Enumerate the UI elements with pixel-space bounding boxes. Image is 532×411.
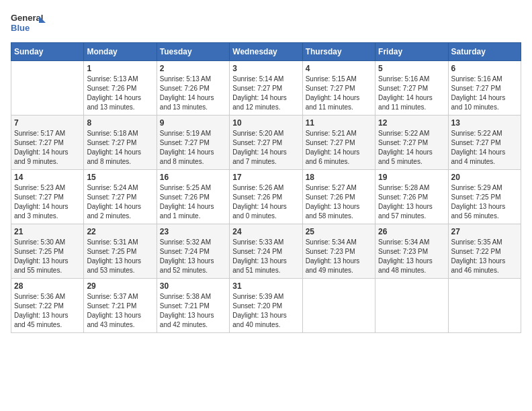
cell-content: Sunrise: 5:37 AM Sunset: 7:21 PM Dayligh… bbox=[87, 292, 153, 330]
header-day-sunday: Sunday bbox=[11, 43, 84, 61]
calendar-cell: 24Sunrise: 5:33 AM Sunset: 7:24 PM Dayli… bbox=[230, 224, 302, 279]
calendar-cell: 5Sunrise: 5:16 AM Sunset: 7:27 PM Daylig… bbox=[375, 61, 448, 116]
calendar-week-4: 21Sunrise: 5:30 AM Sunset: 7:25 PM Dayli… bbox=[11, 224, 521, 279]
day-number: 18 bbox=[306, 173, 372, 182]
calendar-week-3: 14Sunrise: 5:23 AM Sunset: 7:27 PM Dayli… bbox=[11, 170, 521, 224]
cell-content: Sunrise: 5:20 AM Sunset: 7:27 PM Dayligh… bbox=[232, 129, 299, 167]
calendar-cell: 8Sunrise: 5:18 AM Sunset: 7:27 PM Daylig… bbox=[84, 116, 157, 170]
calendar-table: SundayMondayTuesdayWednesdayThursdayFrid… bbox=[11, 42, 521, 333]
day-number: 15 bbox=[87, 173, 153, 182]
cell-content: Sunrise: 5:23 AM Sunset: 7:27 PM Dayligh… bbox=[14, 183, 81, 221]
cell-content: Sunrise: 5:14 AM Sunset: 7:27 PM Dayligh… bbox=[232, 75, 299, 112]
calendar-cell: 25Sunrise: 5:34 AM Sunset: 7:23 PM Dayli… bbox=[302, 224, 375, 279]
cell-content: Sunrise: 5:16 AM Sunset: 7:27 PM Dayligh… bbox=[451, 75, 518, 112]
calendar-cell: 27Sunrise: 5:35 AM Sunset: 7:22 PM Dayli… bbox=[448, 224, 521, 279]
cell-content: Sunrise: 5:22 AM Sunset: 7:27 PM Dayligh… bbox=[451, 129, 518, 167]
day-number: 22 bbox=[87, 227, 153, 236]
calendar-cell: 29Sunrise: 5:37 AM Sunset: 7:21 PM Dayli… bbox=[84, 279, 157, 333]
day-number: 19 bbox=[378, 173, 445, 182]
day-number: 11 bbox=[306, 118, 372, 128]
calendar-cell: 28Sunrise: 5:36 AM Sunset: 7:22 PM Dayli… bbox=[11, 279, 84, 333]
cell-content: Sunrise: 5:27 AM Sunset: 7:26 PM Dayligh… bbox=[306, 183, 372, 221]
header-day-friday: Friday bbox=[375, 43, 448, 61]
cell-content: Sunrise: 5:32 AM Sunset: 7:24 PM Dayligh… bbox=[160, 238, 226, 275]
header-day-saturday: Saturday bbox=[448, 43, 521, 61]
header-day-tuesday: Tuesday bbox=[157, 43, 229, 61]
page-header: GeneralBlue bbox=[11, 11, 521, 34]
calendar-cell: 6Sunrise: 5:16 AM Sunset: 7:27 PM Daylig… bbox=[448, 61, 521, 116]
cell-content: Sunrise: 5:25 AM Sunset: 7:26 PM Dayligh… bbox=[160, 183, 226, 221]
day-number: 9 bbox=[160, 118, 226, 128]
day-number: 16 bbox=[160, 173, 226, 182]
calendar-cell: 3Sunrise: 5:14 AM Sunset: 7:27 PM Daylig… bbox=[230, 61, 302, 116]
svg-text:General: General bbox=[11, 13, 43, 23]
day-number: 12 bbox=[378, 118, 445, 128]
cell-content: Sunrise: 5:24 AM Sunset: 7:27 PM Dayligh… bbox=[87, 183, 153, 221]
calendar-cell: 14Sunrise: 5:23 AM Sunset: 7:27 PM Dayli… bbox=[11, 170, 84, 224]
day-number: 30 bbox=[160, 281, 226, 291]
day-number: 2 bbox=[160, 64, 226, 73]
cell-content: Sunrise: 5:34 AM Sunset: 7:23 PM Dayligh… bbox=[306, 238, 372, 275]
calendar-cell: 11Sunrise: 5:21 AM Sunset: 7:27 PM Dayli… bbox=[302, 116, 375, 170]
cell-content: Sunrise: 5:18 AM Sunset: 7:27 PM Dayligh… bbox=[87, 129, 153, 167]
day-number: 10 bbox=[232, 118, 299, 128]
svg-text:Blue: Blue bbox=[11, 23, 30, 33]
day-number: 6 bbox=[451, 64, 518, 73]
cell-content: Sunrise: 5:15 AM Sunset: 7:27 PM Dayligh… bbox=[306, 75, 372, 112]
calendar-cell: 23Sunrise: 5:32 AM Sunset: 7:24 PM Dayli… bbox=[157, 224, 229, 279]
calendar-cell: 19Sunrise: 5:28 AM Sunset: 7:26 PM Dayli… bbox=[375, 170, 448, 224]
calendar-cell: 7Sunrise: 5:17 AM Sunset: 7:27 PM Daylig… bbox=[11, 116, 84, 170]
day-number: 25 bbox=[306, 227, 372, 236]
cell-content: Sunrise: 5:39 AM Sunset: 7:20 PM Dayligh… bbox=[232, 292, 299, 330]
calendar-cell: 22Sunrise: 5:31 AM Sunset: 7:25 PM Dayli… bbox=[84, 224, 157, 279]
calendar-cell: 17Sunrise: 5:26 AM Sunset: 7:26 PM Dayli… bbox=[230, 170, 302, 224]
calendar-cell: 26Sunrise: 5:34 AM Sunset: 7:23 PM Dayli… bbox=[375, 224, 448, 279]
day-number: 5 bbox=[378, 64, 445, 73]
day-number: 20 bbox=[451, 173, 518, 182]
day-number: 24 bbox=[232, 227, 299, 236]
cell-content: Sunrise: 5:33 AM Sunset: 7:24 PM Dayligh… bbox=[232, 238, 299, 275]
cell-content: Sunrise: 5:16 AM Sunset: 7:27 PM Dayligh… bbox=[378, 75, 445, 112]
cell-content: Sunrise: 5:13 AM Sunset: 7:26 PM Dayligh… bbox=[87, 75, 153, 112]
day-number: 7 bbox=[14, 118, 81, 128]
day-number: 29 bbox=[87, 281, 153, 291]
cell-content: Sunrise: 5:29 AM Sunset: 7:25 PM Dayligh… bbox=[451, 183, 518, 221]
header-row: SundayMondayTuesdayWednesdayThursdayFrid… bbox=[11, 43, 521, 61]
cell-content: Sunrise: 5:30 AM Sunset: 7:25 PM Dayligh… bbox=[14, 238, 81, 275]
cell-content: Sunrise: 5:36 AM Sunset: 7:22 PM Dayligh… bbox=[14, 292, 81, 330]
cell-content: Sunrise: 5:34 AM Sunset: 7:23 PM Dayligh… bbox=[378, 238, 445, 275]
cell-content: Sunrise: 5:26 AM Sunset: 7:26 PM Dayligh… bbox=[232, 183, 299, 221]
calendar-cell bbox=[302, 279, 375, 333]
calendar-cell: 1Sunrise: 5:13 AM Sunset: 7:26 PM Daylig… bbox=[84, 61, 157, 116]
day-number: 8 bbox=[87, 118, 153, 128]
calendar-cell: 30Sunrise: 5:38 AM Sunset: 7:21 PM Dayli… bbox=[157, 279, 229, 333]
day-number: 26 bbox=[378, 227, 445, 236]
cell-content: Sunrise: 5:28 AM Sunset: 7:26 PM Dayligh… bbox=[378, 183, 445, 221]
day-number: 14 bbox=[14, 173, 81, 182]
day-number: 28 bbox=[14, 281, 81, 291]
day-number: 17 bbox=[232, 173, 299, 182]
header-day-wednesday: Wednesday bbox=[230, 43, 302, 61]
calendar-cell: 13Sunrise: 5:22 AM Sunset: 7:27 PM Dayli… bbox=[448, 116, 521, 170]
calendar-cell: 2Sunrise: 5:13 AM Sunset: 7:26 PM Daylig… bbox=[157, 61, 229, 116]
cell-content: Sunrise: 5:31 AM Sunset: 7:25 PM Dayligh… bbox=[87, 238, 153, 275]
calendar-cell: 16Sunrise: 5:25 AM Sunset: 7:26 PM Dayli… bbox=[157, 170, 229, 224]
day-number: 4 bbox=[306, 64, 372, 73]
calendar-cell: 20Sunrise: 5:29 AM Sunset: 7:25 PM Dayli… bbox=[448, 170, 521, 224]
cell-content: Sunrise: 5:22 AM Sunset: 7:27 PM Dayligh… bbox=[378, 129, 445, 167]
header-day-monday: Monday bbox=[84, 43, 157, 61]
day-number: 27 bbox=[451, 227, 518, 236]
calendar-cell bbox=[448, 279, 521, 333]
calendar-cell: 15Sunrise: 5:24 AM Sunset: 7:27 PM Dayli… bbox=[84, 170, 157, 224]
calendar-week-5: 28Sunrise: 5:36 AM Sunset: 7:22 PM Dayli… bbox=[11, 279, 521, 333]
logo-svg: GeneralBlue bbox=[11, 11, 48, 34]
calendar-cell: 12Sunrise: 5:22 AM Sunset: 7:27 PM Dayli… bbox=[375, 116, 448, 170]
cell-content: Sunrise: 5:35 AM Sunset: 7:22 PM Dayligh… bbox=[451, 238, 518, 275]
calendar-week-1: 1Sunrise: 5:13 AM Sunset: 7:26 PM Daylig… bbox=[11, 61, 521, 116]
cell-content: Sunrise: 5:13 AM Sunset: 7:26 PM Dayligh… bbox=[160, 75, 226, 112]
calendar-cell bbox=[375, 279, 448, 333]
day-number: 3 bbox=[232, 64, 299, 73]
logo: GeneralBlue bbox=[11, 11, 48, 34]
calendar-cell: 21Sunrise: 5:30 AM Sunset: 7:25 PM Dayli… bbox=[11, 224, 84, 279]
cell-content: Sunrise: 5:17 AM Sunset: 7:27 PM Dayligh… bbox=[14, 129, 81, 167]
